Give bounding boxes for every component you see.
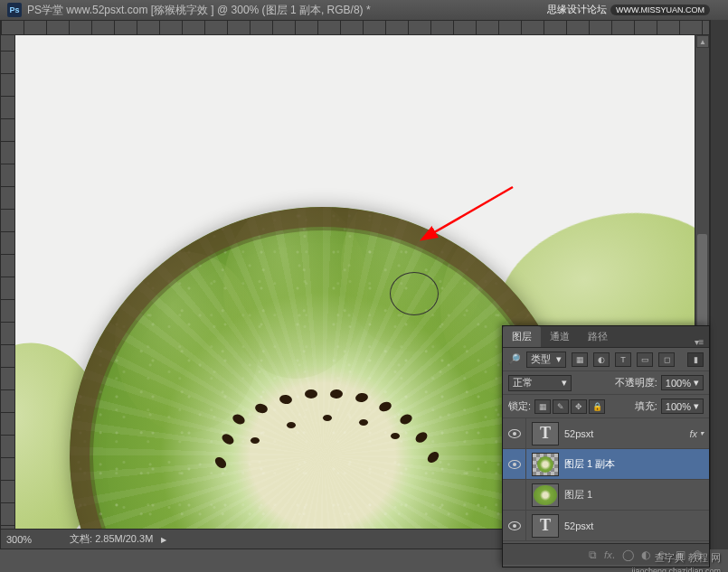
lock-all-icon[interactable]: 🔒 bbox=[589, 399, 605, 414]
right-strip bbox=[710, 20, 728, 549]
eye-icon[interactable] bbox=[508, 521, 521, 530]
blend-mode-select[interactable]: 正常▾ bbox=[508, 375, 572, 391]
layer-item[interactable]: T 52psxt fx▾ bbox=[503, 418, 709, 449]
layer-name[interactable]: 图层 1 bbox=[564, 488, 709, 502]
filter-pixel-icon[interactable]: ▦ bbox=[572, 352, 588, 367]
filter-text-icon[interactable]: T bbox=[615, 352, 631, 367]
filter-type-select[interactable]: 类型▾ bbox=[526, 352, 566, 368]
layer-item[interactable]: 图层 1 副本 bbox=[503, 449, 709, 480]
lock-row: 锁定: ▦ ✎ ✥ 🔒 填充: 100%▾ bbox=[503, 395, 709, 418]
tab-layers[interactable]: 图层 bbox=[503, 326, 541, 347]
layer-list: T 52psxt fx▾ 图层 1 副本 图层 1 T 52psxt bbox=[503, 418, 709, 543]
photoshop-app: Ps PS学堂 www.52psxt.com [猕猴桃字效 ] @ 300% (… bbox=[0, 0, 728, 572]
site-watermark: 查字典 教程 网 jiaocheng.chazidian.com bbox=[655, 551, 721, 565]
forum-watermark: 思缘设计论坛 WWW.MISSYUAN.COM bbox=[547, 3, 710, 16]
blend-row: 正常▾ 不透明度: 100%▾ bbox=[503, 371, 709, 395]
filter-toggle[interactable]: ▮ bbox=[687, 352, 704, 367]
zoom-input[interactable] bbox=[6, 534, 52, 545]
filter-smart-icon[interactable]: ◻ bbox=[658, 352, 675, 367]
filter-shape-icon[interactable]: ▭ bbox=[637, 352, 653, 367]
eye-icon[interactable] bbox=[508, 429, 521, 438]
ruler-vertical[interactable] bbox=[1, 35, 15, 549]
layer-item[interactable]: T 52psxt bbox=[503, 511, 709, 541]
layer-thumbnail[interactable] bbox=[532, 453, 559, 476]
opacity-input[interactable]: 100%▾ bbox=[661, 375, 704, 390]
tab-paths[interactable]: 路径 bbox=[579, 326, 617, 347]
opacity-label: 不透明度: bbox=[615, 376, 657, 389]
layer-thumbnail[interactable] bbox=[532, 483, 559, 507]
link-layers-icon[interactable]: ⧉ bbox=[589, 549, 597, 561]
tab-channels[interactable]: 通道 bbox=[541, 326, 579, 347]
forum-label: 思缘设计论坛 bbox=[547, 3, 607, 16]
fx-indicator[interactable]: fx▾ bbox=[689, 428, 704, 439]
layer-name[interactable]: 52psxt bbox=[564, 520, 709, 531]
layer-name[interactable]: 图层 1 副本 bbox=[564, 457, 709, 471]
mask-icon[interactable]: ◯ bbox=[622, 549, 634, 561]
layers-panel: 图层 通道 路径 ▾≡ 🔎 类型▾ ▦ ◐ T ▭ ◻ ▮ 正常▾ 不透明度: … bbox=[502, 325, 710, 567]
lock-pixels-icon[interactable]: ✎ bbox=[553, 399, 569, 414]
ps-app-icon: Ps bbox=[7, 3, 22, 17]
layer-thumbnail[interactable]: T bbox=[532, 422, 559, 445]
kiwi-slice-image bbox=[70, 207, 576, 529]
lock-transparency-icon[interactable]: ▦ bbox=[534, 399, 551, 414]
document-size: 文档: 2.85M/20.3M ▶ bbox=[70, 532, 166, 546]
panel-menu-icon[interactable]: ▾≡ bbox=[689, 333, 709, 347]
layer-thumbnail[interactable]: T bbox=[532, 514, 559, 538]
chevron-right-icon[interactable]: ▶ bbox=[161, 536, 166, 544]
eye-icon[interactable] bbox=[508, 460, 521, 469]
adjustment-icon[interactable]: ◐ bbox=[641, 549, 650, 561]
search-icon: 🔎 bbox=[508, 353, 521, 365]
lock-position-icon[interactable]: ✥ bbox=[571, 399, 587, 414]
panel-tabs: 图层 通道 路径 ▾≡ bbox=[503, 326, 709, 348]
forum-url-badge: WWW.MISSYUAN.COM bbox=[610, 5, 710, 15]
fill-input[interactable]: 100%▾ bbox=[661, 399, 704, 414]
title-bar: Ps PS学堂 www.52psxt.com [猕猴桃字效 ] @ 300% (… bbox=[0, 0, 728, 20]
layer-item[interactable]: 图层 1 bbox=[503, 480, 709, 511]
text-layer-icon: T bbox=[540, 424, 551, 443]
ruler-horizontal[interactable] bbox=[1, 21, 709, 35]
fill-label: 填充: bbox=[635, 399, 657, 413]
lock-label: 锁定: bbox=[508, 399, 531, 413]
fx-icon[interactable]: fx. bbox=[604, 549, 615, 561]
layer-filter-row: 🔎 类型▾ ▦ ◐ T ▭ ◻ ▮ bbox=[503, 348, 709, 371]
filter-adjust-icon[interactable]: ◐ bbox=[593, 352, 610, 367]
scroll-up-button[interactable]: ▲ bbox=[696, 35, 709, 48]
text-layer-icon: T bbox=[540, 516, 551, 535]
layer-name[interactable]: 52psxt bbox=[564, 428, 689, 439]
